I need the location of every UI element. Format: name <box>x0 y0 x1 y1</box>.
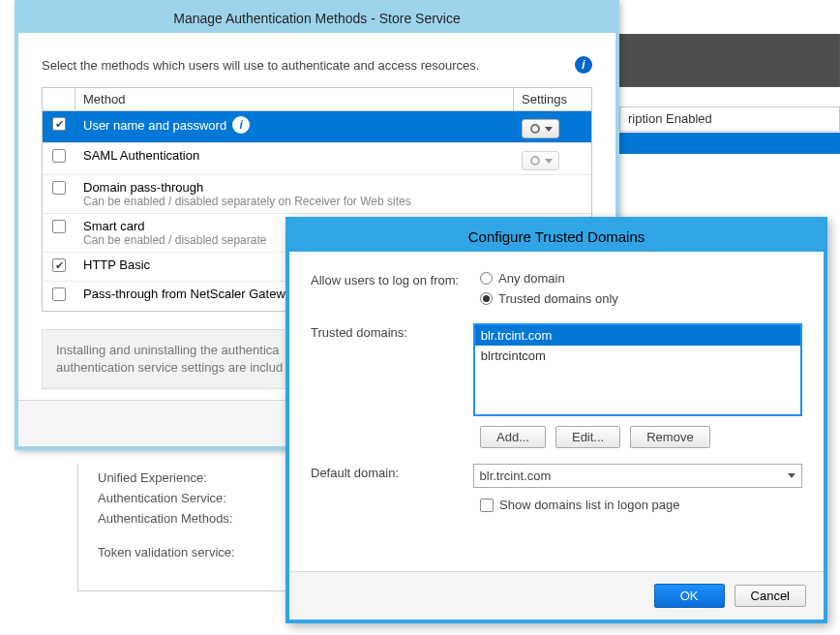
method-label: Smart card <box>83 219 145 233</box>
checkbox-icon[interactable] <box>52 220 66 233</box>
method-sublabel: Can be enabled / disabled separately on … <box>83 195 506 208</box>
list-item[interactable]: blr.trcint.com <box>475 325 800 346</box>
checkbox-icon[interactable] <box>52 258 66 272</box>
trusted-domains-label: Trusted domains: <box>311 323 473 340</box>
radio-trusted-only[interactable]: Trusted domains only <box>480 291 618 306</box>
column-settings: Settings <box>514 88 591 110</box>
method-label: Domain pass-through <box>83 180 203 195</box>
dialog-title: Manage Authentication Methods - Store Se… <box>18 4 615 33</box>
info-icon[interactable]: i <box>232 116 250 134</box>
method-label: HTTP Basic <box>83 257 150 272</box>
info-icon[interactable]: i <box>575 56 592 74</box>
chevron-down-icon <box>545 127 553 132</box>
intro-text: Select the methods which users will use … <box>42 58 479 73</box>
method-row-domain-pass-through[interactable]: Domain pass-through Can be enabled / dis… <box>43 175 591 214</box>
default-domain-dropdown[interactable]: blr.trcint.com <box>473 464 802 488</box>
column-method: Method <box>75 88 514 110</box>
column-checkbox <box>43 88 75 110</box>
background-selection-bar <box>619 133 840 154</box>
radio-icon <box>480 292 493 305</box>
radio-label: Trusted domains only <box>498 291 618 306</box>
radio-any-domain[interactable]: Any domain <box>480 271 618 286</box>
checkbox-icon[interactable] <box>52 287 66 301</box>
remove-button[interactable]: Remove <box>630 426 709 448</box>
dialog-title: Configure Trusted Domains <box>289 221 824 252</box>
allow-logon-label: Allow users to log on from: <box>311 271 480 287</box>
background-ribbon <box>619 34 840 87</box>
method-label: Pass-through from NetScaler Gatew <box>83 287 285 301</box>
method-label: User name and password <box>83 118 226 133</box>
checkbox-icon[interactable] <box>52 149 66 163</box>
chevron-down-icon <box>545 159 553 164</box>
add-button[interactable]: Add... <box>480 426 546 448</box>
gear-icon <box>528 154 542 167</box>
cancel-button[interactable]: Cancel <box>735 585 806 607</box>
show-domains-label: Show domains list in logon page <box>499 498 679 512</box>
dropdown-value: blr.trcint.com <box>480 469 552 483</box>
method-row-saml[interactable]: SAML Authentication <box>43 143 591 175</box>
edit-button[interactable]: Edit... <box>555 426 620 448</box>
settings-button[interactable] <box>522 119 559 138</box>
radio-icon <box>480 272 493 285</box>
method-row-username-password[interactable]: User name and password i <box>43 111 591 143</box>
checkbox-icon[interactable] <box>52 181 66 195</box>
radio-label: Any domain <box>498 271 565 286</box>
background-column-header: ription Enabled <box>619 106 840 132</box>
method-label: SAML Authentication <box>83 148 199 163</box>
gear-icon <box>528 122 542 136</box>
ok-button[interactable]: OK <box>654 584 725 608</box>
default-domain-label: Default domain: <box>311 464 473 480</box>
trusted-domains-listbox[interactable]: blr.trcint.com blrtrcintcom <box>473 323 802 416</box>
settings-button[interactable] <box>522 151 559 170</box>
chevron-down-icon <box>788 473 795 478</box>
list-item[interactable]: blrtrcintcom <box>475 346 800 366</box>
checkbox-icon[interactable] <box>52 117 66 131</box>
trusted-domains-dialog: Configure Trusted Domains Allow users to… <box>285 217 827 623</box>
show-domains-checkbox[interactable] <box>480 499 494 512</box>
